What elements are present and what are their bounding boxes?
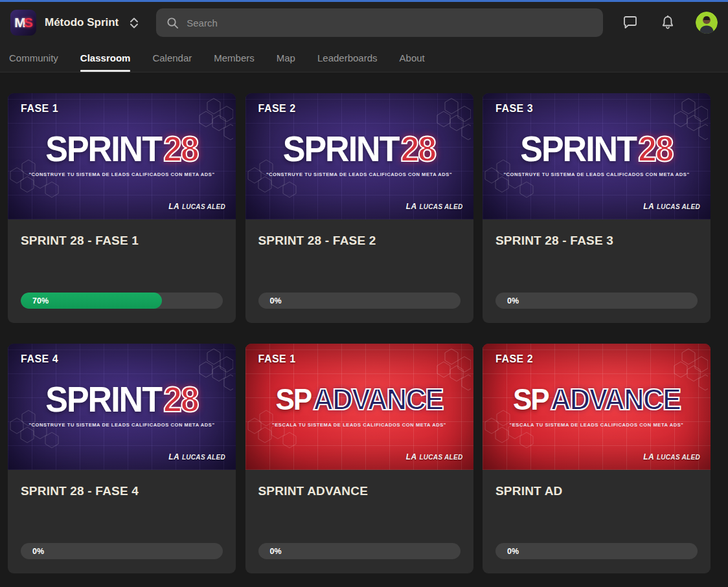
notifications-button[interactable] bbox=[658, 13, 677, 32]
nav-tab-label: Community bbox=[9, 52, 58, 63]
card-body: SPRINT ADVANCE 0% bbox=[245, 470, 473, 573]
creator-logo: LALUCAS ALED bbox=[406, 452, 463, 461]
card-title: SPRINT 28 - FASE 4 bbox=[21, 484, 223, 498]
progress-bar: 0% bbox=[258, 543, 461, 559]
creator-logo-name: LUCAS ALED bbox=[657, 203, 700, 210]
search-icon bbox=[166, 17, 179, 29]
creator-logo: LALUCAS ALED bbox=[168, 452, 225, 461]
cover-brand-primary: SPRINT bbox=[520, 131, 636, 166]
course-card[interactable]: FASE 2 SPADVANCE "ESCALA TU SISTEMA DE L… bbox=[483, 344, 711, 573]
card-body: SPRINT 28 - FASE 1 70% bbox=[8, 219, 236, 323]
tab-community[interactable]: Community bbox=[9, 43, 58, 72]
card-title: SPRINT 28 - FASE 3 bbox=[495, 234, 698, 248]
nav-tab-label: Classroom bbox=[80, 52, 131, 63]
nav-tab-label: Map bbox=[277, 52, 295, 63]
header: MS Método Sprint bbox=[0, 2, 728, 43]
creator-logo: LALUCAS ALED bbox=[406, 202, 463, 211]
chat-bubble-icon bbox=[622, 14, 639, 31]
creator-logo-mark: LA bbox=[643, 452, 654, 461]
creator-logo-mark: LA bbox=[643, 202, 654, 211]
progress-label: 0% bbox=[32, 547, 44, 556]
avatar-photo bbox=[696, 12, 718, 34]
cover-tagline: "CONSTRUYE TU SISTEMA DE LEADS CALIFICAD… bbox=[245, 172, 473, 177]
cover-brand-accent: 28 bbox=[638, 131, 673, 166]
search-input[interactable] bbox=[187, 17, 593, 28]
cover-brand-primary: SPRINT bbox=[45, 131, 161, 166]
cover-brand-accent: ADVANCE bbox=[551, 384, 680, 414]
cover-phase-badge: FASE 3 bbox=[495, 103, 533, 115]
community-switcher-button[interactable] bbox=[128, 15, 141, 31]
progress-bar: 0% bbox=[495, 543, 698, 559]
card-title: SPRINT ADVANCE bbox=[258, 484, 461, 498]
progress-bar: 0% bbox=[495, 293, 698, 309]
nav-tabs: Community Classroom Calendar Members Map… bbox=[0, 43, 728, 72]
card-body: SPRINT 28 - FASE 2 0% bbox=[245, 219, 473, 323]
cover-tagline: "ESCALA TU SISTEMA DE LEADS CALIFICADOS … bbox=[245, 422, 473, 428]
search-bar[interactable] bbox=[156, 8, 603, 37]
course-card[interactable]: FASE 3 SPRINT28 "CONSTRUYE TU SISTEMA DE… bbox=[483, 93, 711, 323]
cover-brand-title: SPADVANCE bbox=[245, 385, 473, 414]
progress-bar: 0% bbox=[21, 543, 223, 559]
cover-brand-accent: ADVANCE bbox=[313, 384, 442, 414]
card-title: SPRINT 28 - FASE 1 bbox=[21, 234, 223, 248]
course-card[interactable]: FASE 1 SPADVANCE "ESCALA TU SISTEMA DE L… bbox=[245, 344, 473, 573]
card-cover: FASE 2 SPADVANCE "ESCALA TU SISTEMA DE L… bbox=[483, 344, 711, 470]
tab-leaderboards[interactable]: Leaderboards bbox=[317, 43, 378, 72]
cover-brand-accent: 28 bbox=[163, 381, 198, 417]
chevron-down-icon bbox=[130, 23, 138, 28]
course-card[interactable]: FASE 4 SPRINT28 "CONSTRUYE TU SISTEMA DE… bbox=[8, 344, 236, 573]
creator-logo: LALUCAS ALED bbox=[643, 202, 700, 211]
tab-calendar[interactable]: Calendar bbox=[152, 43, 192, 72]
card-cover: FASE 4 SPRINT28 "CONSTRUYE TU SISTEMA DE… bbox=[8, 344, 236, 470]
cover-brand-title: SPRINT28 bbox=[483, 132, 711, 166]
card-cover: FASE 2 SPRINT28 "CONSTRUYE TU SISTEMA DE… bbox=[245, 93, 473, 219]
progress-label: 70% bbox=[32, 296, 49, 305]
cover-phase-badge: FASE 1 bbox=[21, 103, 58, 115]
tab-map[interactable]: Map bbox=[277, 43, 295, 72]
course-card[interactable]: FASE 2 SPRINT28 "CONSTRUYE TU SISTEMA DE… bbox=[245, 93, 473, 323]
creator-logo-mark: LA bbox=[168, 452, 179, 461]
card-cover: FASE 3 SPRINT28 "CONSTRUYE TU SISTEMA DE… bbox=[483, 93, 711, 219]
card-body: SPRINT 28 - FASE 3 0% bbox=[483, 219, 711, 323]
community-logo[interactable]: MS bbox=[10, 10, 36, 36]
cover-brand-title: SPRINT28 bbox=[8, 382, 236, 416]
tab-about[interactable]: About bbox=[400, 43, 425, 72]
progress-label: 0% bbox=[270, 296, 282, 305]
progress-label: 0% bbox=[507, 296, 519, 305]
creator-logo-mark: LA bbox=[168, 202, 179, 211]
card-cover: FASE 1 SPRINT28 "CONSTRUYE TU SISTEMA DE… bbox=[8, 93, 236, 219]
community-name[interactable]: Método Sprint bbox=[45, 16, 119, 29]
cover-tagline: "CONSTRUYE TU SISTEMA DE LEADS CALIFICAD… bbox=[8, 422, 236, 428]
course-grid: FASE 1 SPRINT28 "CONSTRUYE TU SISTEMA DE… bbox=[8, 93, 711, 573]
cover-phase-badge: FASE 2 bbox=[495, 353, 533, 365]
card-title: SPRINT AD bbox=[495, 484, 698, 498]
cover-phase-badge: FASE 4 bbox=[21, 353, 58, 365]
tab-members[interactable]: Members bbox=[214, 43, 255, 72]
progress-label: 0% bbox=[270, 547, 282, 556]
user-avatar[interactable] bbox=[696, 12, 718, 34]
creator-logo-mark: LA bbox=[406, 452, 417, 461]
cover-tagline: "CONSTRUYE TU SISTEMA DE LEADS CALIFICAD… bbox=[8, 172, 236, 177]
card-title: SPRINT 28 - FASE 2 bbox=[258, 234, 461, 248]
cover-brand-primary: SPRINT bbox=[283, 131, 399, 166]
card-body: SPRINT 28 - FASE 4 0% bbox=[8, 470, 236, 573]
cover-brand-primary: SP bbox=[513, 384, 549, 414]
classroom-page: FASE 1 SPRINT28 "CONSTRUYE TU SISTEMA DE… bbox=[0, 72, 728, 586]
cover-phase-badge: FASE 2 bbox=[258, 103, 296, 115]
nav-tab-label: Leaderboards bbox=[317, 52, 378, 63]
cover-brand-title: SPRINT28 bbox=[245, 132, 473, 166]
cover-phase-badge: FASE 1 bbox=[258, 353, 296, 365]
cover-brand-accent: 28 bbox=[400, 131, 435, 166]
card-body: SPRINT AD 0% bbox=[483, 470, 711, 573]
creator-logo-name: LUCAS ALED bbox=[419, 454, 462, 461]
chat-button[interactable] bbox=[620, 13, 640, 32]
tab-classroom[interactable]: Classroom bbox=[80, 43, 131, 72]
cover-brand-primary: SPRINT bbox=[45, 381, 161, 417]
cover-tagline: "ESCALA TU SISTEMA DE LEADS CALIFICADOS … bbox=[483, 422, 711, 428]
progress-bar: 70% bbox=[21, 293, 223, 309]
header-actions bbox=[620, 12, 718, 34]
course-card[interactable]: FASE 1 SPRINT28 "CONSTRUYE TU SISTEMA DE… bbox=[8, 93, 236, 323]
cover-tagline: "CONSTRUYE TU SISTEMA DE LEADS CALIFICAD… bbox=[483, 172, 711, 177]
progress-bar: 0% bbox=[258, 293, 461, 309]
creator-logo: LALUCAS ALED bbox=[643, 452, 700, 461]
